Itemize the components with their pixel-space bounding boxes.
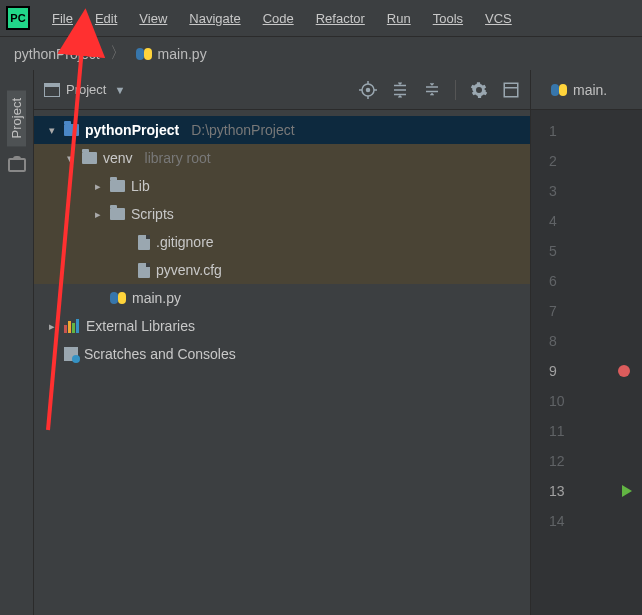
gutter-line[interactable]: 12 bbox=[531, 446, 642, 476]
project-panel-toolbar bbox=[359, 80, 520, 100]
gutter-line[interactable]: 1 bbox=[531, 116, 642, 146]
tree-scripts-label: Scripts bbox=[131, 206, 174, 222]
tree-extlib-label: External Libraries bbox=[86, 318, 195, 334]
tree-venv-label: venv bbox=[103, 150, 133, 166]
gutter-line[interactable]: 2 bbox=[531, 146, 642, 176]
breadcrumb-file[interactable]: main.py bbox=[158, 46, 207, 62]
chevron-right-icon[interactable] bbox=[92, 180, 104, 193]
tree-gitignore-label: .gitignore bbox=[156, 234, 214, 250]
python-file-icon bbox=[136, 46, 152, 62]
project-view-selector[interactable]: Project bbox=[66, 82, 106, 97]
menu-tools[interactable]: Tools bbox=[423, 7, 473, 30]
gutter-line[interactable]: 7 bbox=[531, 296, 642, 326]
tree-root[interactable]: pythonProject D:\pythonProject bbox=[34, 116, 530, 144]
tree-venv-hint: library root bbox=[145, 150, 211, 166]
gutter-line[interactable]: 8 bbox=[531, 326, 642, 356]
menu-vcs[interactable]: VCS bbox=[475, 7, 522, 30]
gutter-line[interactable]: 11 bbox=[531, 416, 642, 446]
python-file-icon bbox=[551, 82, 567, 98]
menu-view[interactable]: View bbox=[129, 7, 177, 30]
menu-edit[interactable]: Edit bbox=[85, 7, 127, 30]
expand-all-icon[interactable] bbox=[391, 81, 409, 99]
menu-run[interactable]: Run bbox=[377, 7, 421, 30]
gutter-line[interactable]: 6 bbox=[531, 266, 642, 296]
tree-pyvenv[interactable]: pyvenv.cfg bbox=[34, 256, 530, 284]
tree-lib-label: Lib bbox=[131, 178, 150, 194]
tree-venv[interactable]: venv library root bbox=[34, 144, 530, 172]
tree-mainpy-label: main.py bbox=[132, 290, 181, 306]
breadcrumb-separator: 〉 bbox=[106, 43, 130, 64]
tree-gitignore[interactable]: .gitignore bbox=[34, 228, 530, 256]
hide-panel-icon[interactable] bbox=[502, 81, 520, 99]
editor-tabs: main. bbox=[531, 70, 642, 110]
run-gutter-icon[interactable] bbox=[622, 485, 632, 497]
tree-root-label: pythonProject bbox=[85, 122, 179, 138]
breakpoint-icon[interactable] bbox=[618, 365, 630, 377]
scratches-icon bbox=[64, 347, 78, 361]
tree-scratch-label: Scratches and Consoles bbox=[84, 346, 236, 362]
gutter-line[interactable]: 4 bbox=[531, 206, 642, 236]
editor-gutter[interactable]: 1 2 3 4 5 6 7 8 9 10 11 12 13 14 bbox=[531, 110, 642, 615]
tree-scripts[interactable]: Scripts bbox=[34, 200, 530, 228]
folder-icon bbox=[64, 124, 79, 136]
gutter-line-breakpoint[interactable]: 9 bbox=[531, 356, 642, 386]
project-tool-window: Project ▼ pythonProject D:\pythonProject bbox=[34, 70, 531, 615]
folder-icon bbox=[110, 180, 125, 192]
tree-pyvenv-label: pyvenv.cfg bbox=[156, 262, 222, 278]
python-file-icon bbox=[110, 290, 126, 306]
gutter-line-run[interactable]: 13 bbox=[531, 476, 642, 506]
gutter-line[interactable]: 5 bbox=[531, 236, 642, 266]
menu-refactor[interactable]: Refactor bbox=[306, 7, 375, 30]
folder-icon bbox=[82, 152, 97, 164]
breadcrumb: pythonProject 〉 main.py bbox=[0, 36, 642, 70]
chevron-down-icon[interactable] bbox=[64, 152, 76, 165]
breadcrumb-project[interactable]: pythonProject bbox=[14, 46, 100, 62]
svg-point-1 bbox=[367, 88, 370, 91]
menu-navigate[interactable]: Navigate bbox=[179, 7, 250, 30]
tree-lib[interactable]: Lib bbox=[34, 172, 530, 200]
tree-mainpy[interactable]: main.py bbox=[34, 284, 530, 312]
app-icon-pycharm: PC bbox=[6, 6, 30, 30]
tree-scratches[interactable]: Scratches and Consoles bbox=[34, 340, 530, 368]
locate-icon[interactable] bbox=[359, 81, 377, 99]
editor-area: main. 1 2 3 4 5 6 7 8 9 10 11 12 13 14 bbox=[531, 70, 642, 615]
menu-code[interactable]: Code bbox=[253, 7, 304, 30]
chevron-right-icon[interactable] bbox=[46, 320, 58, 333]
tool-tab-structure-icon[interactable] bbox=[8, 158, 26, 172]
tool-tab-project[interactable]: Project bbox=[7, 90, 26, 146]
file-icon bbox=[138, 235, 150, 250]
project-window-icon bbox=[44, 83, 60, 97]
collapse-all-icon[interactable] bbox=[423, 81, 441, 99]
gear-icon[interactable] bbox=[470, 81, 488, 99]
file-icon bbox=[138, 263, 150, 278]
gutter-line[interactable]: 10 bbox=[531, 386, 642, 416]
menu-file[interactable]: File bbox=[42, 7, 83, 30]
toolbar-divider bbox=[455, 80, 456, 100]
editor-tab-main[interactable]: main. bbox=[541, 74, 617, 106]
external-libraries-icon bbox=[64, 319, 80, 333]
tree-external-libs[interactable]: External Libraries bbox=[34, 312, 530, 340]
svg-rect-11 bbox=[504, 83, 518, 97]
chevron-down-icon[interactable] bbox=[46, 124, 58, 137]
menu-bar: PC File Edit View Navigate Code Refactor… bbox=[0, 0, 642, 36]
gutter-line[interactable]: 14 bbox=[531, 506, 642, 536]
project-tree[interactable]: pythonProject D:\pythonProject venv libr… bbox=[34, 110, 530, 374]
folder-icon bbox=[110, 208, 125, 220]
tree-root-path: D:\pythonProject bbox=[191, 122, 295, 138]
tool-gutter-left: Project bbox=[0, 70, 34, 615]
chevron-right-icon[interactable] bbox=[92, 208, 104, 221]
gutter-line[interactable]: 3 bbox=[531, 176, 642, 206]
chevron-down-icon[interactable]: ▼ bbox=[114, 84, 125, 96]
editor-tab-label: main. bbox=[573, 82, 607, 98]
project-panel-header: Project ▼ bbox=[34, 70, 530, 110]
